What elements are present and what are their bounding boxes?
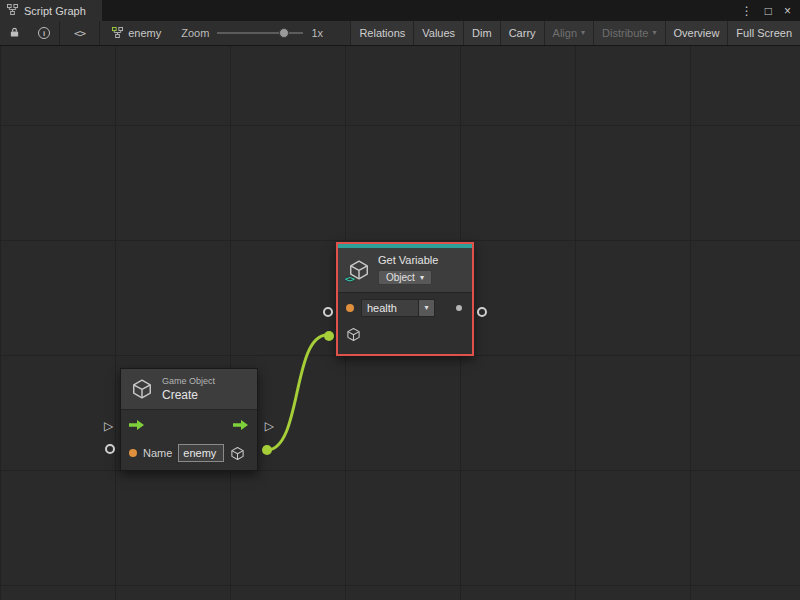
node-title: Get Variable	[378, 254, 438, 266]
flow-input-port[interactable]: ▷	[104, 420, 113, 432]
close-icon[interactable]: ×	[784, 5, 791, 17]
graph-name-label: enemy	[128, 27, 161, 39]
dropdown-arrow-icon: ▾	[653, 29, 657, 37]
fullscreen-button[interactable]: Full Screen	[727, 21, 800, 45]
zoom-group: Zoom 1x	[173, 21, 331, 45]
value-input-port[interactable]	[105, 444, 115, 454]
titlebar: Script Graph ⋮ □ ×	[0, 0, 800, 21]
info-icon: i	[38, 27, 50, 39]
graph-asset-icon	[112, 27, 123, 40]
gameobject-output-icon	[230, 446, 245, 461]
connection-wire[interactable]	[267, 335, 327, 450]
gameobject-output-port-connected[interactable]	[262, 445, 272, 455]
window-controls: ⋮ □ ×	[741, 0, 800, 21]
code-view-button[interactable]: <>	[60, 21, 99, 45]
dropdown-arrow-icon: ▾	[420, 274, 424, 282]
gameobject-port-icon	[346, 327, 361, 342]
variable-name-input[interactable]	[361, 299, 419, 317]
dim-button[interactable]: Dim	[463, 21, 500, 45]
carry-button[interactable]: Carry	[500, 21, 544, 45]
variable-cube-icon: <>	[348, 259, 370, 281]
tab-script-graph[interactable]: Script Graph	[0, 0, 102, 21]
toolbar-buttons: Relations Values Dim Carry Align▾ Distri…	[350, 21, 800, 45]
flow-in-arrow-icon[interactable]	[129, 416, 145, 434]
value-input-port[interactable]	[323, 307, 333, 317]
variable-name-row: ▾	[338, 292, 472, 323]
code-icon: <>	[74, 27, 85, 40]
flow-out-arrow-icon[interactable]	[233, 416, 249, 434]
toolbar: i <> enemy Zoom 1x Relations Values Dim …	[0, 21, 800, 46]
graph-canvas[interactable]: <> Get Variable Object ▾ ▾	[0, 46, 800, 600]
menu-icon[interactable]: ⋮	[741, 5, 753, 17]
gameobject-row	[338, 323, 472, 354]
align-button[interactable]: Align▾	[544, 21, 593, 45]
flow-output-port[interactable]: ▷	[265, 420, 274, 432]
zoom-slider-track	[217, 32, 303, 34]
zoom-slider[interactable]	[217, 21, 303, 45]
node-header[interactable]: Game Object Create	[121, 369, 257, 409]
tab-label: Script Graph	[24, 5, 86, 17]
flow-row	[121, 409, 257, 440]
node-header[interactable]: <> Get Variable Object ▾	[338, 248, 472, 292]
script-graph-icon	[7, 4, 18, 17]
name-input-port[interactable]	[346, 304, 354, 312]
variable-scope-dropdown[interactable]: Object ▾	[378, 270, 432, 285]
name-input-port[interactable]	[129, 449, 137, 457]
dropdown-arrow-icon: ▾	[581, 29, 585, 37]
variable-name-field[interactable]: ▾	[361, 299, 435, 317]
node-title: Create	[162, 388, 215, 402]
name-label: Name	[143, 447, 172, 459]
lock-icon	[9, 26, 20, 40]
variable-output-port[interactable]	[477, 307, 487, 317]
gameobject-cube-icon	[131, 378, 153, 400]
distribute-button[interactable]: Distribute▾	[593, 21, 664, 45]
gameobject-input-port-connected[interactable]	[324, 331, 334, 341]
node-category: Game Object	[162, 376, 215, 386]
overview-button[interactable]: Overview	[665, 21, 728, 45]
node-create-game-object[interactable]: Game Object Create Name ▷ ▷	[120, 368, 258, 471]
dropdown-arrow-icon: ▾	[424, 304, 428, 312]
value-output-dot[interactable]	[456, 305, 462, 311]
node-get-variable[interactable]: <> Get Variable Object ▾ ▾	[336, 242, 474, 356]
info-button[interactable]: i	[29, 21, 59, 45]
zoom-value[interactable]: 1x	[311, 27, 323, 39]
zoom-label: Zoom	[181, 27, 209, 39]
zoom-slider-handle[interactable]	[279, 28, 289, 38]
maximize-icon[interactable]: □	[765, 5, 772, 17]
name-input[interactable]	[178, 444, 224, 462]
graph-asset-reference[interactable]: enemy	[100, 21, 173, 45]
values-button[interactable]: Values	[413, 21, 463, 45]
lock-button[interactable]	[0, 21, 29, 45]
name-row: Name	[121, 440, 257, 470]
code-icon: <>	[345, 274, 354, 284]
variable-picker-dropdown[interactable]: ▾	[419, 299, 435, 317]
relations-button[interactable]: Relations	[350, 21, 413, 45]
